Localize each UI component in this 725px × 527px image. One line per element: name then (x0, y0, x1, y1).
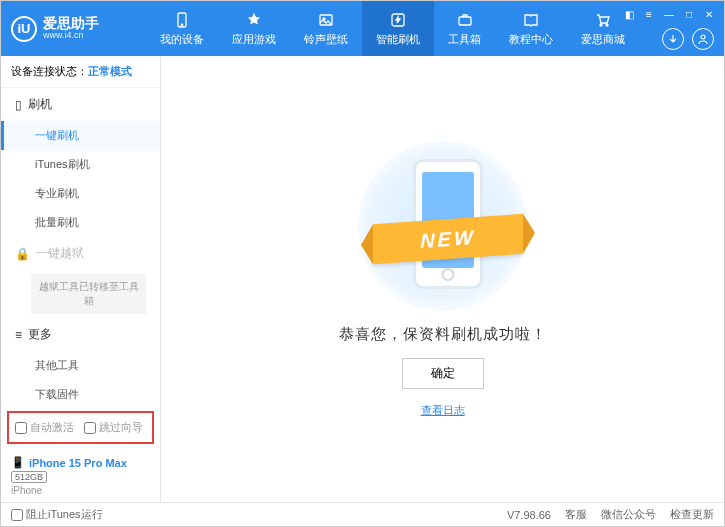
nav-ringtone-wallpaper[interactable]: 铃声壁纸 (290, 1, 362, 56)
nav-smart-flash[interactable]: 智能刷机 (362, 1, 434, 56)
image-icon (317, 11, 335, 29)
success-illustration: NEW (353, 141, 533, 311)
flash-icon (389, 11, 407, 29)
top-nav: 我的设备 应用游戏 铃声壁纸 智能刷机 工具箱 教程中心 爱思商城 (146, 1, 639, 56)
lock-icon: 🔒 (15, 247, 30, 261)
footer-wechat-link[interactable]: 微信公众号 (601, 507, 656, 522)
user-button[interactable] (692, 28, 714, 50)
minimize-icon[interactable]: — (662, 7, 676, 21)
menu-section-jailbreak: 🔒一键越狱 (1, 237, 160, 270)
ok-button[interactable]: 确定 (402, 358, 484, 389)
maximize-icon[interactable]: □ (682, 7, 696, 21)
options-highlighted-box: 自动激活 跳过向导 (7, 411, 154, 444)
brand-logo: iU 爱思助手 www.i4.cn (11, 16, 146, 42)
footer-update-link[interactable]: 检查更新 (670, 507, 714, 522)
svg-point-1 (181, 24, 183, 26)
menu-batch-flash[interactable]: 批量刷机 (1, 208, 160, 237)
toolbox-icon (456, 11, 474, 29)
storage-badge: 512GB (11, 471, 47, 483)
app-icon (245, 11, 263, 29)
device-icon: ▯ (15, 98, 22, 112)
cart-icon (594, 11, 612, 29)
logo-icon: iU (11, 16, 37, 42)
svg-point-7 (606, 24, 608, 26)
skin-icon[interactable]: ◧ (622, 7, 636, 21)
menu-other-tools[interactable]: 其他工具 (1, 351, 160, 380)
version-label: V7.98.66 (507, 509, 551, 521)
nav-tutorials[interactable]: 教程中心 (495, 1, 567, 56)
nav-my-device[interactable]: 我的设备 (146, 1, 218, 56)
menu-section-flash[interactable]: ▯刷机 (1, 88, 160, 121)
skip-guide-checkbox[interactable]: 跳过向导 (84, 420, 143, 435)
device-type: iPhone (11, 485, 150, 496)
brand-subtitle: www.i4.cn (43, 31, 99, 41)
menu-section-more[interactable]: ≡更多 (1, 318, 160, 351)
menu-icon[interactable]: ≡ (642, 7, 656, 21)
svg-point-6 (600, 24, 602, 26)
success-message: 恭喜您，保资料刷机成功啦！ (339, 325, 547, 344)
device-info: 📱iPhone 15 Pro Max 512GB iPhone (1, 450, 160, 502)
phone-small-icon: 📱 (11, 456, 25, 469)
nav-toolbox[interactable]: 工具箱 (434, 1, 495, 56)
menu-pro-flash[interactable]: 专业刷机 (1, 179, 160, 208)
book-icon (522, 11, 540, 29)
auto-activate-checkbox[interactable]: 自动激活 (15, 420, 74, 435)
svg-rect-5 (459, 17, 471, 25)
main-content: NEW 恭喜您，保资料刷机成功啦！ 确定 查看日志 (161, 56, 724, 502)
footer: 阻止iTunes运行 V7.98.66 客服 微信公众号 检查更新 (1, 502, 724, 526)
menu-one-click-flash[interactable]: 一键刷机 (1, 121, 160, 150)
brand-title: 爱思助手 (43, 16, 99, 31)
jailbreak-moved-note: 越狱工具已转移至工具箱 (31, 274, 146, 314)
connection-status: 设备连接状态：正常模式 (1, 56, 160, 88)
footer-support-link[interactable]: 客服 (565, 507, 587, 522)
menu-itunes-flash[interactable]: iTunes刷机 (1, 150, 160, 179)
close-icon[interactable]: ✕ (702, 7, 716, 21)
phone-icon (173, 11, 191, 29)
menu-download-firmware[interactable]: 下载固件 (1, 380, 160, 405)
download-button[interactable] (662, 28, 684, 50)
nav-apps-games[interactable]: 应用游戏 (218, 1, 290, 56)
list-icon: ≡ (15, 328, 22, 342)
block-itunes-checkbox[interactable]: 阻止iTunes运行 (11, 507, 103, 522)
view-log-link[interactable]: 查看日志 (421, 403, 465, 418)
sidebar: 设备连接状态：正常模式 ▯刷机 一键刷机 iTunes刷机 专业刷机 批量刷机 … (1, 56, 161, 502)
svg-point-8 (701, 35, 705, 39)
